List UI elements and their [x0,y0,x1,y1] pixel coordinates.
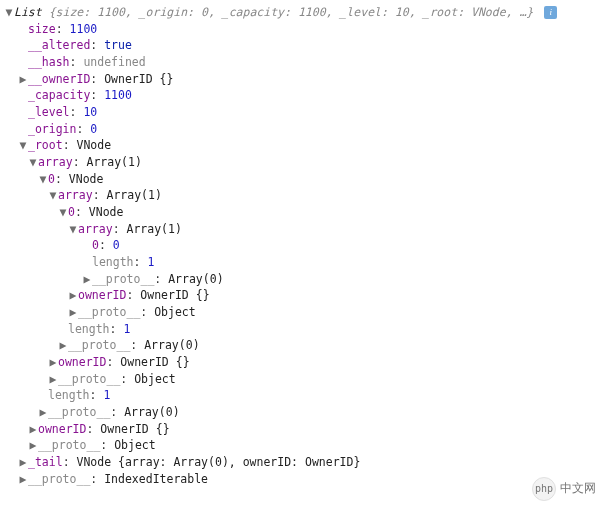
array-l2-proto[interactable]: ▶__proto__: Array(0) [4,337,600,354]
prop-root[interactable]: ▼_root: VNode [4,137,600,154]
prop-proto-final[interactable]: ▶__proto__: IndexedIterable [4,471,600,488]
caret-down-icon[interactable]: ▼ [18,137,28,154]
caret-down-icon[interactable]: ▼ [4,4,14,21]
php-logo-icon: php [532,477,556,501]
caret-down-icon[interactable]: ▼ [28,154,38,171]
caret-down-icon[interactable]: ▼ [48,187,58,204]
array-l1-length[interactable]: length: 1 [4,387,600,404]
prop-altered[interactable]: __altered: true [4,37,600,54]
caret-right-icon[interactable]: ▶ [48,354,58,371]
object-summary: {size: 1100, _origin: 0, _capacity: 1100… [49,5,534,19]
vnode-l2-owner[interactable]: ▶ownerID: OwnerID {} [4,354,600,371]
prop-origin[interactable]: _origin: 0 [4,121,600,138]
vnode-l3-owner[interactable]: ▶ownerID: OwnerID {} [4,287,600,304]
vnode-l3-proto[interactable]: ▶__proto__: Object [4,304,600,321]
caret-down-icon[interactable]: ▼ [38,171,48,188]
prop-level[interactable]: _level: 10 [4,104,600,121]
caret-right-icon[interactable]: ▶ [38,404,48,421]
caret-right-icon[interactable]: ▶ [82,271,92,288]
prop-ownerID[interactable]: ▶__ownerID: OwnerID {} [4,71,600,88]
vnode-array-l2-0[interactable]: ▼0: VNode [4,204,600,221]
caret-right-icon[interactable]: ▶ [58,337,68,354]
caret-right-icon[interactable]: ▶ [28,437,38,454]
caret-right-icon[interactable]: ▶ [18,71,28,88]
caret-right-icon[interactable]: ▶ [68,304,78,321]
caret-right-icon[interactable]: ▶ [68,287,78,304]
root-owner[interactable]: ▶ownerID: OwnerID {} [4,421,600,438]
caret-right-icon[interactable]: ▶ [28,421,38,438]
caret-right-icon[interactable]: ▶ [18,454,28,471]
vnode-l2-proto[interactable]: ▶__proto__: Object [4,371,600,388]
root-array[interactable]: ▼array: Array(1) [4,154,600,171]
object-type: List [14,5,42,19]
vnode-array-l3[interactable]: ▼array: Array(1) [4,221,600,238]
root-proto[interactable]: ▶__proto__: Object [4,437,600,454]
watermark-text: 中文网 [560,480,596,497]
array-l1-proto[interactable]: ▶__proto__: Array(0) [4,404,600,421]
prop-capacity[interactable]: _capacity: 1100 [4,87,600,104]
vnode-array-l2[interactable]: ▼array: Array(1) [4,187,600,204]
caret-down-icon[interactable]: ▼ [68,221,78,238]
prop-size[interactable]: size: 1100 [4,21,600,38]
info-icon[interactable]: i [544,6,557,19]
array-l2-length[interactable]: length: 1 [4,321,600,338]
root-array-0[interactable]: ▼0: VNode [4,171,600,188]
array-index-0[interactable]: 0: 0 [4,237,600,254]
caret-right-icon[interactable]: ▶ [48,371,58,388]
list-header[interactable]: ▼List {size: 1100, _origin: 0, _capacity… [4,4,600,21]
caret-right-icon[interactable]: ▶ [18,471,28,488]
prop-tail[interactable]: ▶_tail: VNode {array: Array(0), ownerID:… [4,454,600,471]
prop-hash[interactable]: __hash: undefined [4,54,600,71]
array-length[interactable]: length: 1 [4,254,600,271]
watermark: php 中文网 [532,477,596,501]
caret-down-icon[interactable]: ▼ [58,204,68,221]
array-proto[interactable]: ▶__proto__: Array(0) [4,271,600,288]
